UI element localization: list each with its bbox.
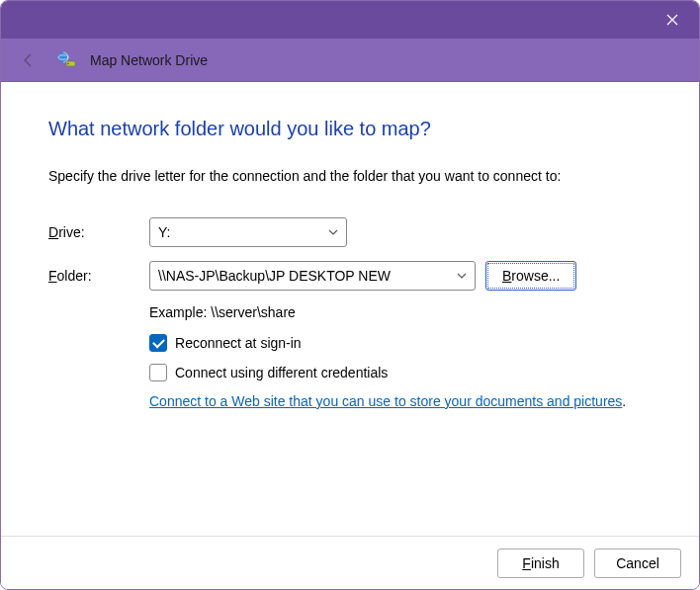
folder-combobox[interactable]: \\NAS-JP\Backup\JP DESKTOP NEW [149,261,476,291]
different-credentials-checkbox[interactable] [149,364,167,381]
different-credentials-label: Connect using different credentials [175,365,388,380]
reconnect-checkbox[interactable] [149,334,167,352]
folder-input-value: \\NAS-JP\Backup\JP DESKTOP NEW [158,268,391,284]
dialog-footer: Finish Cancel [1,536,699,589]
dialog-content: What network folder would you like to ma… [1,82,699,536]
drive-row: Drive: Y: [48,217,652,247]
page-heading: What network folder would you like to ma… [48,118,652,140]
different-credentials-row: Connect using different credentials [149,364,652,381]
drive-label: Drive: [48,224,139,240]
chevron-down-icon [457,271,467,281]
close-icon [666,14,678,26]
dialog-title: Map Network Drive [90,52,208,68]
reconnect-label: Reconnect at sign-in [175,335,302,351]
connect-website-link[interactable]: Connect to a Web site that you can use t… [149,393,622,409]
network-drive-icon [56,50,76,70]
titlebar [1,1,699,39]
folder-row: Folder: \\NAS-JP\Backup\JP DESKTOP NEW B… [48,261,652,291]
reconnect-row: Reconnect at sign-in [149,334,652,352]
connect-website-line: Connect to a Web site that you can use t… [149,393,652,409]
back-arrow-icon [21,52,37,68]
chevron-down-icon [328,227,338,237]
example-text: Example: \\server\share [149,304,652,320]
map-network-drive-dialog: Map Network Drive What network folder wo… [0,0,700,590]
page-subtext: Specify the drive letter for the connect… [48,168,652,184]
drive-select[interactable]: Y: [149,217,347,247]
header-bar: Map Network Drive [1,39,699,82]
drive-select-value: Y: [158,224,170,240]
finish-button[interactable]: Finish [497,548,584,578]
svg-point-3 [67,62,69,64]
browse-button[interactable]: Browse... [485,261,576,291]
folder-label: Folder: [48,268,139,284]
cancel-button[interactable]: Cancel [594,548,681,578]
back-button[interactable] [15,46,43,74]
close-button[interactable] [650,5,695,35]
